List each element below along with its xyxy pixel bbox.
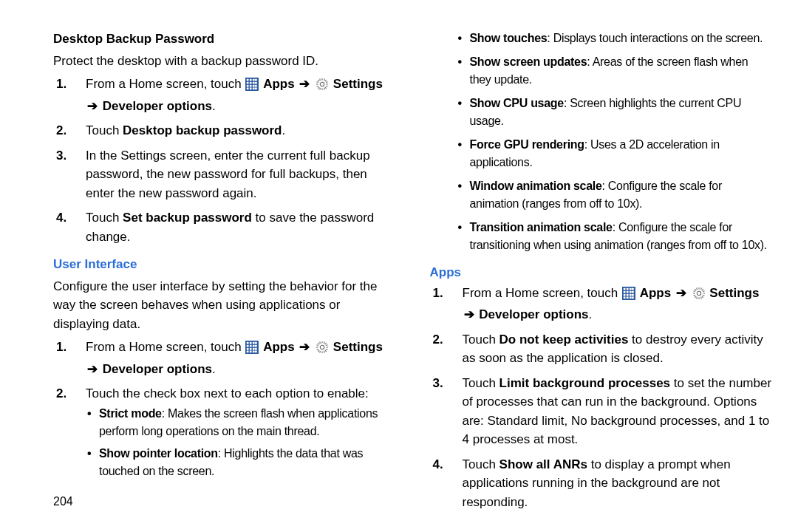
manual-page: Desktop Backup Password Protect the desk… [0, 0, 798, 532]
step-marker: 2. [433, 330, 443, 349]
opt-force-gpu: Force GPU rendering [470, 138, 584, 151]
heading-desktop-backup: Desktop Backup Password [53, 30, 396, 49]
ui-option-list: Strict mode: Makes the screen flash when… [86, 405, 396, 485]
apps-icon [622, 287, 635, 306]
step-marker: 4. [433, 455, 443, 474]
label-apps: Apps [640, 286, 675, 300]
step-text: Touch [463, 457, 499, 471]
label-desktop-backup-password: Desktop backup password [123, 123, 282, 137]
apps-icon [245, 78, 259, 97]
arrow-icon: ➔ [298, 77, 311, 91]
arrow-icon: ➔ [675, 286, 688, 300]
settings-icon [316, 341, 329, 360]
step-text: From a Home screen, touch [463, 286, 621, 300]
opt-transition-anim: Transition animation scale [470, 221, 613, 233]
step-4: 4. Touch Show all ANRs to display a prom… [463, 455, 773, 518]
arrow-icon: ➔ [86, 362, 99, 376]
step-marker: 2. [56, 121, 66, 140]
step-1: 1. From a Home screen, touch Apps ➔ Sett… [86, 75, 396, 121]
step-3: 3. In the Settings screen, enter the cur… [86, 146, 396, 209]
step-text: Touch [463, 376, 499, 390]
label-settings: Settings [709, 286, 759, 300]
opt-strict-mode: Strict mode [99, 407, 162, 420]
opt-window-anim: Window animation scale [470, 180, 602, 192]
list-item: Show touches: Displays touch interaction… [470, 30, 773, 53]
step-4: 4. Touch Set backup password to save the… [86, 208, 396, 252]
opt-show-touches: Show touches [470, 32, 548, 44]
step-marker: 2. [56, 384, 66, 403]
ui-option-list-cont: Show touches: Displays touch interaction… [457, 30, 773, 260]
label-limit-bg-processes: Limit background processes [499, 376, 670, 390]
settings-icon [316, 78, 329, 97]
steps-desktop-backup: 1. From a Home screen, touch Apps ➔ Sett… [53, 75, 396, 252]
list-item: Window animation scale: Configure the sc… [470, 177, 773, 219]
heading-user-interface: User Interface [53, 255, 396, 274]
label-apps: Apps [263, 340, 298, 354]
list-item: Force GPU rendering: Uses a 2D accelerat… [470, 136, 773, 177]
label-developer-options: Developer options [103, 99, 212, 113]
arrow-icon: ➔ [298, 340, 311, 354]
left-column: Desktop Backup Password Protect the desk… [53, 30, 402, 520]
label-developer-options: Developer options [479, 307, 588, 321]
step-text: Touch [463, 332, 499, 347]
list-item: Transition animation scale: Configure th… [470, 219, 773, 260]
step-marker: 4. [56, 208, 66, 228]
settings-icon [692, 287, 706, 306]
step-text: In the Settings screen, enter the curren… [86, 149, 370, 200]
right-column: Show touches: Displays touch interaction… [424, 30, 773, 520]
label-settings: Settings [333, 77, 383, 91]
para-ui-intro: Configure the user interface by setting … [53, 277, 396, 334]
step-marker: 1. [56, 338, 66, 357]
list-item: Show screen updates: Areas of the screen… [470, 53, 773, 95]
arrow-icon: ➔ [463, 307, 476, 321]
label-apps: Apps [263, 77, 298, 91]
label-do-not-keep-activities: Do not keep activities [499, 332, 629, 347]
opt-show-screen-updates: Show screen updates [470, 55, 587, 68]
list-item: Show CPU usage: Screen highlights the cu… [470, 95, 773, 136]
label-show-all-anrs: Show all ANRs [499, 457, 587, 471]
label-settings: Settings [333, 340, 383, 354]
list-item: Strict mode: Makes the screen flash when… [99, 405, 396, 445]
apps-icon [245, 341, 259, 360]
step-2: 2. Touch the check box next to each opti… [86, 384, 396, 494]
step-marker: 1. [433, 284, 443, 303]
opt-show-cpu: Show CPU usage [470, 97, 564, 109]
list-item: Show pointer location: Highlights the da… [99, 445, 396, 485]
step-text: From a Home screen, touch [86, 340, 245, 354]
label-developer-options: Developer options [103, 362, 212, 376]
step-text: Touch [86, 211, 123, 225]
opt-text: : Displays touch interactions on the scr… [547, 32, 763, 44]
step-1: 1. From a Home screen, touch Apps ➔ Sett… [86, 338, 396, 384]
step-3: 3. Touch Limit background processes to s… [463, 374, 773, 455]
label-set-backup-password: Set backup password [123, 211, 252, 225]
steps-apps: 1. From a Home screen, touch Apps ➔ Sett… [430, 284, 773, 518]
heading-apps: Apps [430, 263, 773, 282]
step-text: Touch [86, 123, 123, 137]
opt-show-pointer: Show pointer location [99, 447, 218, 460]
step-2: 2. Touch Do not keep activities to destr… [463, 330, 773, 374]
step-1: 1. From a Home screen, touch Apps ➔ Sett… [463, 284, 773, 330]
step-text: From a Home screen, touch [86, 77, 245, 91]
step-marker: 3. [56, 146, 66, 166]
step-2: 2. Touch Desktop backup password. [86, 121, 396, 146]
arrow-icon: ➔ [86, 99, 99, 113]
step-text: Touch the check box next to each option … [86, 386, 369, 400]
page-number: 204 [53, 495, 73, 508]
para-backup-intro: Protect the desktop with a backup passwo… [53, 52, 396, 71]
step-marker: 1. [56, 75, 66, 94]
step-marker: 3. [433, 374, 443, 393]
steps-user-interface: 1. From a Home screen, touch Apps ➔ Sett… [53, 338, 396, 494]
